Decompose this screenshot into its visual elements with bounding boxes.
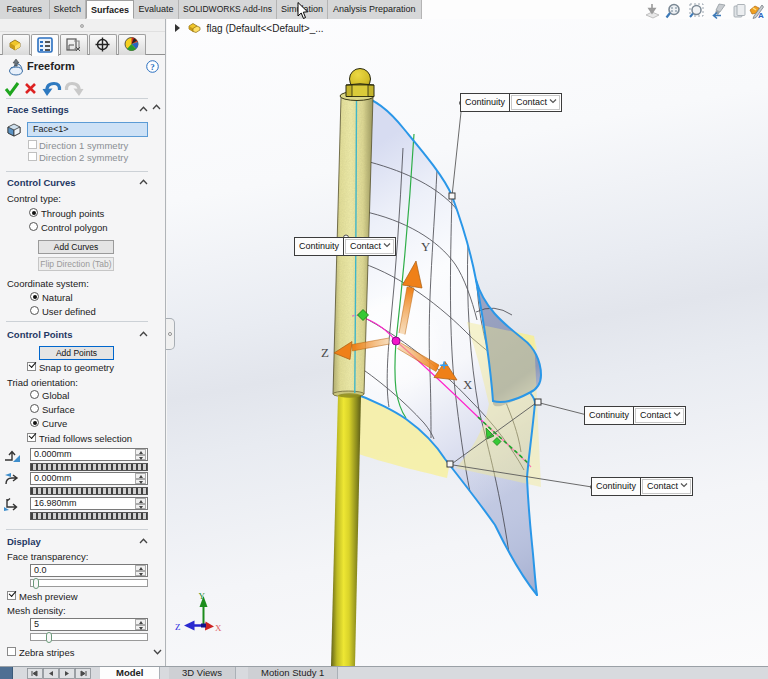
svg-text:X: X — [215, 623, 222, 633]
svg-text:Z: Z — [175, 622, 181, 632]
svg-text:X: X — [463, 377, 473, 392]
svg-text:Z: Z — [321, 345, 329, 360]
svg-text:?: ? — [150, 62, 155, 72]
svg-text:Y: Y — [421, 239, 431, 254]
svg-text:Y: Y — [199, 591, 206, 601]
